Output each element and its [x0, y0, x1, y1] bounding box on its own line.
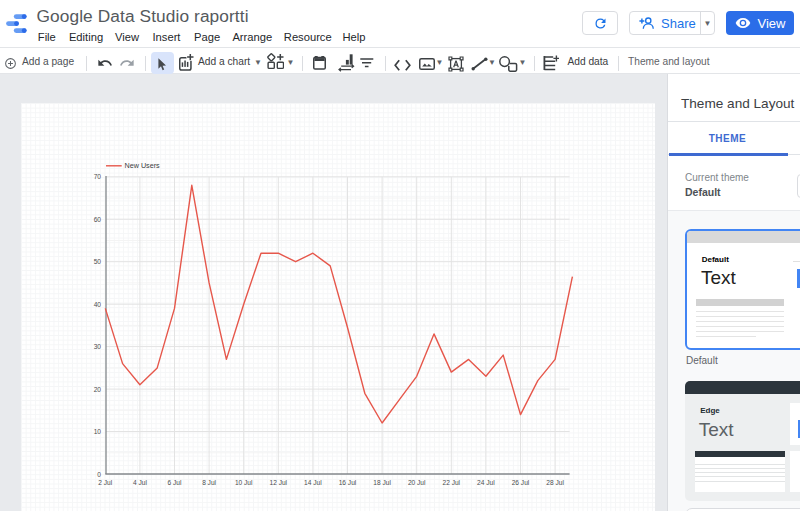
svg-text:26 Jul: 26 Jul	[512, 479, 530, 486]
svg-text:70: 70	[94, 173, 102, 180]
svg-text:20: 20	[94, 386, 102, 393]
svg-text:12 Jul: 12 Jul	[269, 479, 287, 486]
svg-text:0: 0	[97, 471, 101, 478]
svg-text:14 Jul: 14 Jul	[304, 479, 322, 486]
svg-text:24 Jul: 24 Jul	[477, 479, 495, 486]
svg-text:18 Jul: 18 Jul	[373, 479, 391, 486]
svg-text:28 Jul: 28 Jul	[546, 479, 564, 486]
svg-text:60: 60	[94, 216, 102, 223]
svg-text:40: 40	[94, 301, 102, 308]
svg-text:10 Jul: 10 Jul	[235, 479, 253, 486]
svg-text:10: 10	[94, 428, 102, 435]
svg-text:50: 50	[94, 258, 102, 265]
svg-text:20 Jul: 20 Jul	[408, 479, 426, 486]
svg-text:6 Jul: 6 Jul	[168, 479, 182, 486]
svg-text:New Users: New Users	[125, 161, 161, 170]
svg-text:22 Jul: 22 Jul	[442, 479, 460, 486]
svg-text:4 Jul: 4 Jul	[133, 479, 147, 486]
svg-text:16 Jul: 16 Jul	[339, 479, 357, 486]
svg-text:30: 30	[94, 343, 102, 350]
svg-text:8 Jul: 8 Jul	[202, 479, 216, 486]
svg-text:2 Jul: 2 Jul	[98, 479, 112, 486]
